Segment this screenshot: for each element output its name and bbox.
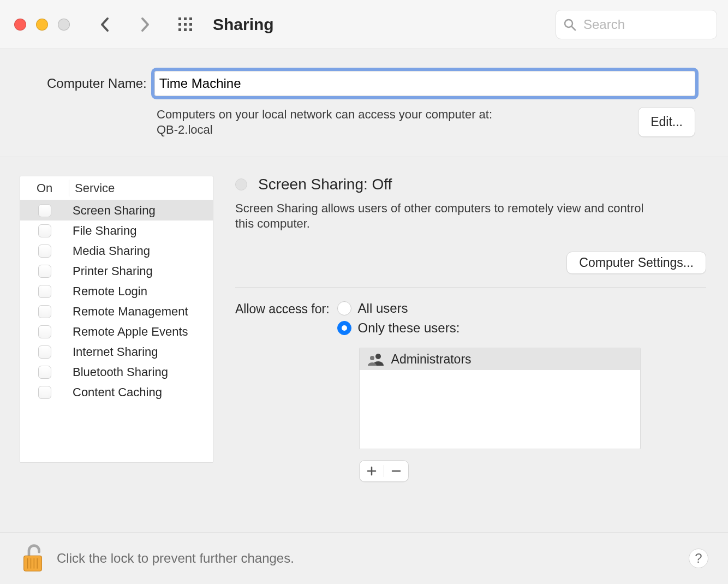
- back-button[interactable]: [97, 16, 114, 33]
- lock-icon[interactable]: [20, 543, 46, 574]
- access-row: Allow access for: All users Only these u…: [235, 301, 706, 482]
- minus-icon: [391, 466, 402, 476]
- service-name: Bluetooth Sharing: [69, 365, 168, 379]
- services-header: On Service: [20, 176, 213, 200]
- access-radio-group: All users Only these users: Administrato…: [337, 301, 641, 482]
- svg-rect-6: [178, 28, 181, 31]
- plus-icon: [366, 466, 377, 476]
- service-checkbox[interactable]: [38, 265, 51, 278]
- svg-line-10: [571, 26, 575, 30]
- radio-icon: [337, 321, 351, 335]
- svg-rect-2: [189, 17, 192, 20]
- service-checkbox[interactable]: [38, 325, 51, 338]
- computer-name-label: Computer Name:: [47, 76, 147, 91]
- service-name: Internet Sharing: [69, 345, 158, 359]
- lock-text: Click the lock to prevent further change…: [57, 551, 294, 566]
- user-row[interactable]: Administrators: [360, 348, 640, 370]
- service-name: Remote Apple Events: [69, 325, 188, 339]
- minimize-window-button[interactable]: [36, 19, 48, 31]
- forward-button[interactable]: [136, 16, 153, 33]
- allow-access-label: Allow access for:: [235, 301, 330, 317]
- edit-button[interactable]: Edit...: [638, 107, 695, 137]
- search-wrap: [556, 10, 717, 39]
- services-rows: Screen SharingFile SharingMedia SharingP…: [20, 200, 213, 402]
- computer-name-focus-ring: [154, 71, 695, 96]
- service-row[interactable]: Screen Sharing: [20, 200, 213, 221]
- svg-rect-5: [189, 23, 192, 26]
- service-row[interactable]: File Sharing: [20, 221, 213, 241]
- service-row[interactable]: Remote Apple Events: [20, 321, 213, 342]
- svg-rect-0: [178, 17, 181, 20]
- svg-rect-4: [184, 23, 187, 26]
- service-checkbox[interactable]: [38, 366, 51, 379]
- toolbar: Sharing: [0, 0, 728, 49]
- remove-user-button[interactable]: [384, 461, 408, 481]
- footer: Click the lock to prevent further change…: [0, 532, 728, 584]
- main: On Service Screen SharingFile SharingMed…: [0, 157, 728, 539]
- service-row[interactable]: Remote Login: [20, 281, 213, 301]
- svg-rect-7: [184, 28, 187, 31]
- close-window-button[interactable]: [14, 19, 26, 31]
- radio-all-label: All users: [358, 301, 408, 316]
- status-text: Screen Sharing: Off: [258, 176, 392, 193]
- header-on: On: [20, 180, 69, 196]
- computer-settings-button[interactable]: Computer Settings...: [566, 252, 706, 274]
- service-checkbox[interactable]: [38, 204, 51, 217]
- service-checkbox[interactable]: [38, 224, 51, 237]
- users-icon: [367, 353, 384, 366]
- services-table: On Service Screen SharingFile SharingMed…: [20, 176, 213, 463]
- header-service: Service: [69, 181, 115, 195]
- service-row[interactable]: Printer Sharing: [20, 261, 213, 281]
- service-name: Screen Sharing: [69, 204, 156, 218]
- status-indicator-icon: [235, 178, 247, 190]
- search-input[interactable]: [556, 10, 717, 39]
- computer-name-section: Computer Name: Computers on your local n…: [0, 49, 728, 157]
- add-user-button[interactable]: [360, 461, 384, 481]
- network-info-line1: Computers on your local network can acce…: [157, 108, 492, 121]
- svg-rect-3: [178, 23, 181, 26]
- grid-icon: [177, 16, 194, 33]
- status-row: Screen Sharing: Off: [235, 176, 706, 193]
- radio-all-users[interactable]: All users: [337, 301, 641, 316]
- svg-rect-16: [24, 556, 42, 571]
- window-controls: [14, 19, 70, 31]
- service-checkbox[interactable]: [38, 386, 51, 399]
- service-name: Remote Login: [69, 284, 147, 299]
- service-row[interactable]: Media Sharing: [20, 241, 213, 261]
- service-row[interactable]: Bluetooth Sharing: [20, 362, 213, 382]
- nav-arrows: [97, 16, 153, 33]
- service-name: Content Caching: [69, 385, 162, 400]
- service-name: Printer Sharing: [69, 264, 153, 278]
- service-row[interactable]: Content Caching: [20, 382, 213, 402]
- maximize-window-button: [58, 19, 70, 31]
- computer-name-input[interactable]: [154, 71, 695, 96]
- radio-only-label: Only these users:: [358, 320, 460, 336]
- network-info-text: Computers on your local network can acce…: [157, 107, 492, 137]
- service-row[interactable]: Internet Sharing: [20, 342, 213, 362]
- service-row[interactable]: Remote Management: [20, 301, 213, 321]
- service-name: Remote Management: [69, 305, 188, 319]
- service-description: Screen Sharing allows users of other com…: [235, 201, 645, 231]
- users-list[interactable]: Administrators: [359, 348, 641, 449]
- radio-only-users[interactable]: Only these users:: [337, 320, 641, 336]
- svg-rect-8: [189, 28, 192, 31]
- chevron-right-icon: [139, 16, 150, 33]
- svg-rect-1: [184, 17, 187, 20]
- service-checkbox[interactable]: [38, 245, 51, 258]
- svg-point-12: [370, 356, 374, 360]
- show-all-button[interactable]: [175, 14, 196, 35]
- add-remove-control: [359, 460, 409, 482]
- service-checkbox[interactable]: [38, 345, 51, 359]
- svg-point-11: [375, 354, 381, 359]
- divider: [235, 287, 706, 288]
- service-name: File Sharing: [69, 224, 136, 238]
- help-button[interactable]: ?: [689, 549, 708, 568]
- user-name: Administrators: [391, 352, 472, 367]
- search-icon: [563, 18, 576, 31]
- radio-icon: [337, 301, 351, 315]
- page-title: Sharing: [213, 15, 274, 34]
- service-checkbox[interactable]: [38, 285, 51, 298]
- chevron-left-icon: [100, 16, 111, 33]
- service-checkbox[interactable]: [38, 305, 51, 318]
- network-info-line2: QB-2.local: [157, 123, 213, 136]
